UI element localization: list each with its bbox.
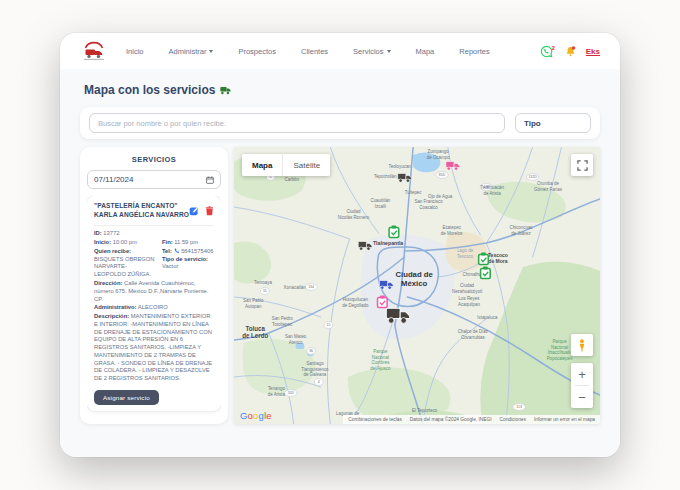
- services-sidebar: SERVICIOS 07/11/2024 "PASTELERÍA ENCANTO…: [80, 147, 228, 424]
- attribution-link[interactable]: Combinaciones de teclas: [348, 417, 402, 422]
- navbar: InicioAdministrarProspectosClientesServi…: [60, 33, 620, 69]
- map-place-label: Tolucade Lerdo: [242, 325, 268, 340]
- svg-text:134: 134: [308, 285, 314, 289]
- map-place-label: El Tepozteco: [412, 408, 438, 413]
- map-place-label: Texcocode Mora: [488, 252, 508, 264]
- map-place-label: Tlalnepantla: [373, 240, 403, 246]
- svg-text:55: 55: [263, 289, 267, 293]
- map-place-label: Zumpangode Ocampo: [427, 149, 450, 160]
- page-body: Mapa con los servicios Tipo SERVICIOS 07…: [60, 69, 620, 457]
- edit-icon[interactable]: [189, 206, 199, 216]
- service-list: "PASTELERÍA ENCANTO" KARLA ANGÉLICA NAVA…: [87, 196, 221, 417]
- nav-item-clientes[interactable]: Clientes: [301, 47, 328, 56]
- service-card[interactable]: "PASTELERÍA ENCANTO" KARLA ANGÉLICA NAVA…: [87, 196, 221, 411]
- fullscreen-button[interactable]: [571, 154, 593, 176]
- filter-card: Tipo: [80, 107, 600, 139]
- svg-text:36: 36: [309, 349, 313, 353]
- map-place-label: Lago deTexcoco: [457, 248, 474, 259]
- nav-item-inicio[interactable]: Inicio: [126, 47, 144, 56]
- nav-item-mapa[interactable]: Mapa: [416, 47, 435, 56]
- nav-item-servicios[interactable]: Servicios: [353, 47, 390, 56]
- whatsapp-badge: 2: [552, 45, 555, 51]
- pegman-button[interactable]: [571, 334, 593, 356]
- svg-text:85D: 85D: [439, 173, 446, 177]
- attribution-link[interactable]: Condiciones: [500, 417, 526, 422]
- app-window: InicioAdministrarProspectosClientesServi…: [60, 33, 620, 457]
- nav-right: 2 Eks: [540, 45, 600, 58]
- map-place-label: Xonacatlán: [284, 285, 307, 290]
- calendar-icon: [206, 176, 214, 184]
- map-place-label: Chalco de DíazCovarrubias: [458, 329, 489, 340]
- service-clipboard-marker[interactable]: [389, 226, 399, 238]
- whatsapp-icon[interactable]: 2: [540, 45, 555, 58]
- truck-icon: [220, 86, 231, 95]
- svg-text:132D: 132D: [528, 175, 537, 179]
- map-type-toggle: Mapa Satélite: [242, 154, 330, 176]
- map-tiles: 5485D132D136134551536455D113 Zumpangode …: [234, 147, 600, 424]
- phone-icon: [174, 248, 180, 254]
- notifications-bell-icon[interactable]: [564, 45, 577, 58]
- svg-text:15: 15: [326, 323, 330, 327]
- nav-items: InicioAdministrarProspectosClientesServi…: [126, 47, 540, 56]
- map-place-label: Tepotzotlán: [374, 174, 397, 179]
- service-title: "PASTELERÍA ENCANTO" KARLA ANGÉLICA NAVA…: [94, 202, 189, 219]
- page-title: Mapa con los servicios: [84, 83, 600, 97]
- map-place-label: San PabloAutopan: [243, 298, 264, 309]
- services-header: SERVICIOS: [87, 155, 221, 164]
- chevron-down-icon: [387, 50, 391, 53]
- company-logo[interactable]: [82, 39, 106, 63]
- map-place-label: San PedroTotoltepec: [272, 316, 293, 327]
- chevron-down-icon: [209, 50, 213, 53]
- zoom-in-button[interactable]: +: [571, 363, 593, 385]
- google-logo: Google: [240, 410, 272, 421]
- nav-item-administrar[interactable]: Administrar: [169, 47, 214, 56]
- attribution-link[interactable]: Informar un error en el mapa: [534, 417, 595, 422]
- map-place-label: Ecatepecde Morelos: [441, 225, 464, 236]
- map-canvas[interactable]: 5485D132D136134551536455D113 Zumpangode …: [234, 147, 600, 424]
- map-place-label: Ixtapaluca: [477, 315, 498, 320]
- nav-item-prospectos[interactable]: Prospectos: [238, 47, 276, 56]
- user-link[interactable]: Eks: [586, 47, 600, 56]
- nav-item-reportes[interactable]: Reportes: [459, 47, 489, 56]
- service-clipboard-marker[interactable]: [378, 296, 388, 308]
- map-place-label: Chiconcuacde Juárez: [509, 225, 533, 236]
- map-place-label: Tenangode Arista: [268, 386, 286, 397]
- pegman-icon: [577, 339, 587, 352]
- map-place-label: Los ReyesAcaquilpan: [458, 296, 480, 307]
- service-clipboard-marker[interactable]: [481, 267, 491, 279]
- svg-text:55D: 55D: [288, 391, 295, 395]
- map-place-label: Tultepec: [405, 190, 423, 195]
- type-select[interactable]: Tipo: [515, 113, 591, 133]
- map-place-label: Temoaya: [254, 280, 272, 285]
- attribution-link[interactable]: Datos del mapa ©2024 Google, INEGI: [410, 417, 492, 422]
- map-type-satelite[interactable]: Satélite: [283, 154, 330, 176]
- assign-service-button[interactable]: Asignar servicio: [94, 390, 159, 405]
- map-attribution: Combinaciones de teclasDatos del mapa ©2…: [343, 415, 600, 424]
- search-input[interactable]: [89, 113, 505, 133]
- map-type-mapa[interactable]: Mapa: [242, 154, 282, 176]
- delete-icon[interactable]: [205, 206, 214, 216]
- date-value: 07/11/2024: [94, 175, 133, 184]
- map-place-label: Otumba deGómez Farías: [534, 181, 563, 192]
- date-input[interactable]: 07/11/2024: [87, 170, 221, 189]
- map-place-label: Teoloyucan: [388, 164, 411, 169]
- map-place-label: Huixquilucande Degollado: [342, 297, 369, 308]
- type-select-label: Tipo: [524, 119, 541, 128]
- zoom-control: + −: [571, 363, 593, 408]
- svg-text:4: 4: [318, 380, 320, 384]
- svg-text:113: 113: [516, 405, 522, 409]
- service-clipboard-marker[interactable]: [479, 253, 489, 265]
- page-title-text: Mapa con los servicios: [84, 83, 215, 97]
- service-details: ID: 13772 Inicio: 10:00 pm Fin: 11:59 pm…: [94, 230, 214, 383]
- fullscreen-icon: [577, 160, 588, 171]
- zoom-out-button[interactable]: −: [571, 386, 593, 408]
